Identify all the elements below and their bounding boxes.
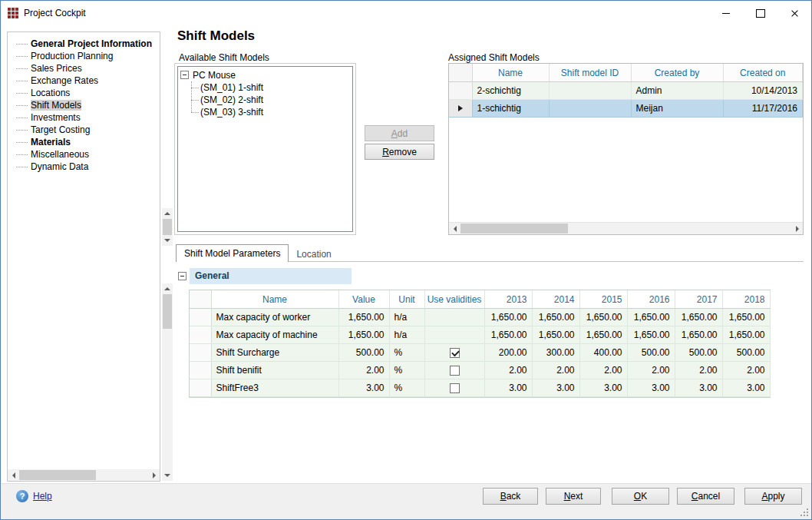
use-validities-checkbox[interactable] [450, 366, 460, 376]
back-button[interactable]: Back [483, 488, 538, 505]
selected-row-indicator-icon [458, 105, 463, 111]
tree-node-sm02[interactable]: (SM_02) 2-shift [178, 94, 352, 106]
sidebar-item-miscellaneous[interactable]: Miscellaneous [8, 148, 160, 161]
parameter-row-shift-surcharge[interactable]: Shift Surcharge 500.00 % 200.00 300.00 4… [190, 344, 770, 362]
scroll-down-icon[interactable] [162, 235, 173, 246]
column-header-2018[interactable]: 2018 [722, 290, 770, 309]
scroll-up-icon[interactable] [162, 208, 173, 219]
column-header-name[interactable]: Name [211, 290, 338, 309]
close-button[interactable] [777, 2, 812, 25]
assigned-row-1-schichtig[interactable]: 1-schichtig Meijan 11/17/2016 [449, 100, 803, 118]
minimize-icon [722, 13, 730, 14]
scroll-up-icon[interactable] [162, 283, 173, 294]
general-group-expander-icon[interactable] [178, 272, 186, 280]
scroll-right-icon[interactable] [148, 469, 160, 481]
scrollbar-thumb[interactable] [460, 224, 568, 234]
parameter-row-shiftfree3[interactable]: ShiftFree3 3.00 % 3.00 3.00 3.00 3.00 3.… [190, 379, 770, 397]
sidebar-item-production-planning[interactable]: Production Planning [8, 50, 160, 62]
tree-node-pc-mouse[interactable]: PC Mouse [178, 69, 352, 81]
available-shift-models-group: PC Mouse (SM_01) 1-shift (SM_02) 2-shift… [174, 63, 356, 235]
ok-button[interactable]: OK [612, 488, 669, 505]
column-header-2016[interactable]: 2016 [627, 290, 675, 309]
scrollbar-thumb[interactable] [163, 294, 172, 329]
assigned-shift-models-caption: Assigned Shift Models [448, 52, 540, 63]
use-validities-checkbox[interactable] [450, 348, 460, 358]
sidebar-item-exchange-rates[interactable]: Exchange Rates [8, 75, 160, 87]
titlebar[interactable]: Project Cockpit [2, 2, 812, 25]
resize-grip[interactable] [807, 515, 808, 516]
sidebar-item-general-project-information[interactable]: General Project Information [8, 38, 160, 50]
window-title: Project Cockpit [24, 8, 86, 18]
scrollbar-thumb[interactable] [163, 219, 172, 235]
use-validities-checkbox[interactable] [450, 383, 460, 393]
shift-models-tree: PC Mouse (SM_01) 1-shift (SM_02) 2-shift… [177, 66, 353, 232]
help-link[interactable]: ? Help [16, 490, 52, 502]
sidebar: General Project Information Production P… [7, 31, 160, 482]
column-header-shift-model-id[interactable]: Shift model ID [549, 64, 631, 82]
remove-button[interactable]: Remove [365, 144, 434, 160]
collapse-expander-icon[interactable] [180, 71, 189, 79]
upper-vertical-scrollbar[interactable] [162, 208, 173, 246]
row-indicator-header [449, 64, 472, 82]
column-header-name[interactable]: Name [472, 64, 549, 82]
scrollbar-thumb[interactable] [19, 470, 96, 480]
available-shift-models-caption: Available Shift Models [179, 52, 269, 63]
column-header-unit[interactable]: Unit [389, 290, 424, 309]
scroll-right-icon[interactable] [791, 223, 803, 234]
general-group-header[interactable]: General [190, 268, 352, 284]
shift-model-parameters-table: Name Value Unit Use validities 2013 2014… [189, 290, 771, 398]
scroll-down-icon[interactable] [162, 470, 173, 481]
sidebar-item-dynamic-data[interactable]: Dynamic Data [8, 161, 160, 173]
apply-button[interactable]: Apply [744, 488, 802, 505]
tree-node-sm01[interactable]: (SM_01) 1-shift [178, 81, 352, 94]
assigned-row-2-schichtig[interactable]: 2-schichtig Admin 10/14/2013 [449, 82, 803, 100]
close-icon [791, 9, 799, 18]
column-header-2014[interactable]: 2014 [532, 290, 579, 309]
next-button[interactable]: Next [546, 488, 601, 505]
add-button[interactable]: Add [365, 125, 434, 141]
column-header-value[interactable]: Value [338, 290, 389, 309]
parameters-header-row: Name Value Unit Use validities 2013 2014… [190, 290, 770, 309]
minimize-button[interactable] [708, 2, 743, 25]
sidebar-item-materials[interactable]: Materials [8, 136, 160, 148]
column-header-created-by[interactable]: Created by [631, 64, 723, 82]
parameter-row-max-capacity-machine[interactable]: Max capacity of machine 1,650.00 h/a 1,6… [190, 326, 770, 344]
assigned-header-row: Name Shift model ID Created by Created o… [449, 64, 803, 82]
sidebar-item-locations[interactable]: Locations [8, 87, 160, 99]
page-title: Shift Models [177, 28, 255, 44]
tabstrip: Shift Model Parameters Location [176, 245, 339, 262]
tab-location[interactable]: Location [289, 247, 338, 262]
lower-vertical-scrollbar[interactable] [162, 283, 173, 481]
sidebar-item-shift-models[interactable]: Shift Models [8, 99, 160, 111]
sidebar-item-target-costing[interactable]: Target Costing [8, 124, 160, 136]
maximize-button[interactable] [743, 2, 777, 25]
column-header-created-on[interactable]: Created on [723, 64, 803, 82]
parameter-row-shift-benifit[interactable]: Shift benifit 2.00 % 2.00 2.00 2.00 2.00… [190, 362, 770, 379]
sidebar-item-sales-prices[interactable]: Sales Prices [8, 62, 160, 75]
tab-shift-model-parameters[interactable]: Shift Model Parameters [176, 244, 289, 262]
scroll-left-icon[interactable] [8, 469, 19, 481]
maximize-icon [756, 9, 765, 18]
row-indicator-header [190, 290, 211, 309]
column-header-2017[interactable]: 2017 [675, 290, 722, 309]
window: { "window": { "title": "Project Cockpit"… [0, 0, 812, 520]
sidebar-item-investments[interactable]: Investments [8, 111, 160, 124]
column-header-2015[interactable]: 2015 [579, 290, 627, 309]
sidebar-horizontal-scrollbar[interactable] [8, 469, 160, 481]
column-header-use-validities[interactable]: Use validities [424, 290, 484, 309]
parameter-row-max-capacity-worker[interactable]: Max capacity of worker 1,650.00 h/a 1,65… [190, 309, 770, 326]
assigned-shift-models-table: Name Shift model ID Created by Created o… [448, 63, 804, 235]
help-label: Help [33, 491, 52, 502]
assigned-horizontal-scrollbar[interactable] [449, 222, 803, 234]
scroll-left-icon[interactable] [449, 223, 460, 234]
app-icon [8, 8, 18, 18]
help-icon: ? [16, 490, 28, 502]
tree-node-sm03[interactable]: (SM_03) 3-shift [178, 106, 352, 118]
column-header-2013[interactable]: 2013 [484, 290, 532, 309]
cancel-button[interactable]: Cancel [677, 488, 734, 505]
